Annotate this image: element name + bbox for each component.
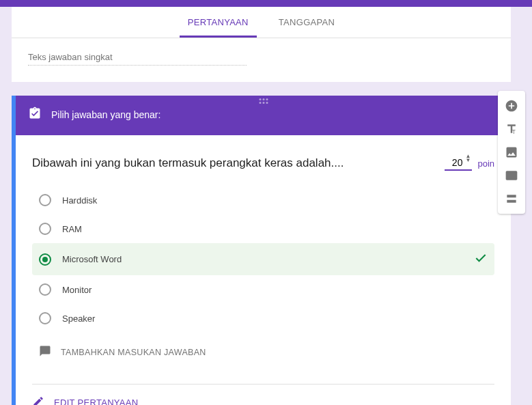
drag-handle-icon[interactable] [259,98,268,104]
add-section-button[interactable] [501,188,522,210]
svg-text:T: T [512,128,516,135]
add-title-button[interactable]: T [501,118,522,140]
answer-key-title: Pilih jawaban yang benar: [51,109,160,120]
short-answer-input[interactable] [28,49,247,66]
radio-icon [39,312,51,324]
radio-icon [39,194,51,206]
short-answer-card [12,38,511,82]
answer-key-header: Pilih jawaban yang benar: [16,96,511,135]
option-label: Harddisk [62,195,97,206]
option-row[interactable]: Speaker [32,304,494,333]
feedback-icon [39,345,51,359]
clipboard-check-icon [28,107,42,123]
tab-questions[interactable]: PERTANYAAN [173,7,264,38]
question-card: Pilih jawaban yang benar: Dibawah ini ya… [12,96,511,405]
radio-icon [39,253,51,266]
points-label: poin [477,158,494,169]
check-icon [474,251,488,267]
option-row[interactable]: Harddisk [32,186,494,214]
option-row[interactable]: Monitor [32,275,494,304]
radio-icon [39,283,51,296]
option-row[interactable]: RAM [32,214,494,243]
option-label: Speaker [62,313,95,324]
points-group: ▲▼ poin [445,156,494,171]
option-label: RAM [62,224,82,234]
app-bar [0,0,532,7]
add-image-button[interactable] [501,141,522,163]
edit-question-button[interactable]: EDIT PERTANYAAN [16,385,511,405]
add-feedback-button[interactable]: TAMBAHKAN MASUKAN JAWABAN [32,337,494,367]
add-feedback-label: TAMBAHKAN MASUKAN JAWABAN [61,348,206,357]
question-text: Dibawah ini yang bukan termasuk perangka… [32,156,431,170]
tab-responses[interactable]: TANGGAPAN [264,7,350,38]
add-video-button[interactable] [501,165,522,186]
pencil-icon [32,395,44,405]
side-toolbar: T [498,91,525,214]
add-question-button[interactable] [501,95,522,117]
option-row[interactable]: Microsoft Word [32,243,494,275]
tabs: PERTANYAAN TANGGAPAN [12,7,511,38]
stepper-arrows-icon[interactable]: ▲▼ [466,154,471,163]
options-list: Harddisk RAM Microsoft Word Monitor [32,186,494,333]
edit-question-label: EDIT PERTANYAAN [54,397,138,405]
option-label: Microsoft Word [62,254,122,264]
option-label: Monitor [62,285,92,295]
radio-icon [39,223,51,235]
